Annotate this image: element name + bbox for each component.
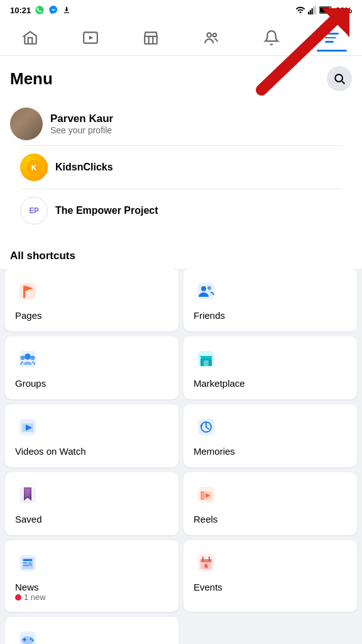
svg-rect-31: [204, 360, 209, 366]
arrow-svg: [211, 8, 349, 109]
shortcuts-label: All shortcuts: [0, 240, 362, 269]
news-label-group: News 1 new: [15, 582, 168, 602]
videos-on-watch-icon: [15, 414, 40, 440]
status-time: 10:21: [10, 5, 71, 15]
shortcut-marketplace[interactable]: Marketplace: [184, 336, 357, 399]
shortcut-events[interactable]: Events: [184, 540, 357, 612]
news-notification-dot: [15, 594, 21, 601]
shortcut-news[interactable]: News 1 new: [5, 540, 178, 612]
marketplace-nav-icon: [143, 30, 159, 46]
svg-line-16: [261, 21, 334, 90]
svg-point-24: [207, 286, 211, 290]
avatar-image: [10, 108, 43, 140]
reels-icon: [194, 482, 219, 508]
profile-text: Parven Kaur See your profile: [50, 113, 113, 135]
marketplace-label: Marketplace: [194, 378, 347, 389]
svg-point-61: [32, 640, 34, 641]
svg-point-60: [30, 638, 32, 640]
svg-point-26: [25, 353, 31, 360]
avatar: [10, 108, 43, 140]
whatsapp-icon: [35, 5, 45, 15]
profile-section: Parven Kaur See your profile K KidsnClic…: [0, 96, 362, 240]
shortcut-saved[interactable]: Saved: [5, 472, 178, 535]
shortcut-pages[interactable]: Pages: [5, 269, 178, 331]
shortcut-reels[interactable]: Reels: [184, 472, 357, 535]
memories-label: Memories: [194, 446, 347, 457]
svg-rect-46: [23, 562, 27, 564]
shortcuts-grid: Pages Friends: [0, 269, 362, 644]
empower-row[interactable]: EP The Empower Project: [10, 189, 352, 232]
svg-rect-22: [198, 283, 214, 299]
pages-label: Pages: [15, 310, 168, 321]
messenger-icon: [48, 5, 58, 15]
profile-name: Parven Kaur: [50, 113, 113, 125]
news-badge: 1 new: [15, 592, 168, 602]
events-label: Events: [194, 582, 347, 592]
groups-label: Groups: [15, 378, 168, 389]
watch-nav-icon: [82, 30, 99, 46]
news-label: News: [15, 582, 168, 592]
empower-avatar: EP: [20, 197, 48, 225]
svg-rect-51: [200, 559, 212, 562]
marketplace-icon: [194, 347, 219, 372]
shortcut-gaming[interactable]: Gaming: [5, 617, 178, 644]
svg-point-23: [201, 286, 206, 291]
home-icon: [22, 30, 38, 46]
pages-icon: [15, 279, 40, 304]
svg-rect-48: [28, 562, 32, 566]
friends-icon: [194, 279, 219, 304]
menu-panel: Menu Parven Kaur See: [0, 56, 362, 269]
kidsnclicks-name: KidsnClicks: [55, 162, 113, 173]
svg-point-0: [36, 6, 44, 14]
svg-rect-20: [23, 286, 25, 298]
profile-subtitle: See your profile: [50, 125, 113, 135]
svg-point-27: [21, 356, 25, 360]
groups-icon: [15, 347, 40, 372]
kidsnclicks-row[interactable]: K KidsnClicks: [10, 146, 352, 189]
menu-title: Menu: [10, 69, 53, 89]
nav-watch[interactable]: [75, 24, 106, 52]
download-icon: [62, 6, 71, 14]
shortcut-groups[interactable]: Groups: [5, 336, 178, 399]
news-icon: [15, 550, 40, 575]
friends-label: Friends: [194, 310, 347, 321]
saved-icon: [15, 482, 40, 508]
videos-on-watch-label: Videos on Watch: [15, 446, 168, 457]
shortcut-videos-on-watch[interactable]: Videos on Watch: [5, 404, 178, 467]
empower-name: The Empower Project: [55, 205, 158, 216]
svg-point-28: [31, 356, 35, 360]
svg-rect-41: [200, 491, 204, 500]
svg-marker-10: [89, 36, 94, 40]
nav-marketplace[interactable]: [136, 24, 166, 52]
svg-text:K: K: [31, 164, 37, 172]
reels-label: Reels: [194, 514, 347, 525]
nav-home[interactable]: [15, 24, 45, 52]
memories-icon: [194, 414, 219, 440]
svg-rect-45: [23, 559, 32, 561]
events-icon: [194, 550, 219, 575]
shortcut-memories[interactable]: Memories: [184, 404, 357, 467]
svg-rect-19: [19, 283, 36, 299]
svg-rect-47: [23, 565, 28, 566]
kidsnclicks-icon: K: [26, 159, 42, 175]
profile-row[interactable]: Parven Kaur See your profile: [10, 103, 352, 145]
saved-label: Saved: [15, 514, 168, 525]
shortcut-friends[interactable]: Friends: [184, 269, 357, 331]
gaming-icon: [15, 627, 40, 644]
svg-rect-59: [24, 638, 25, 641]
kidsnclicks-avatar: K: [20, 153, 48, 181]
